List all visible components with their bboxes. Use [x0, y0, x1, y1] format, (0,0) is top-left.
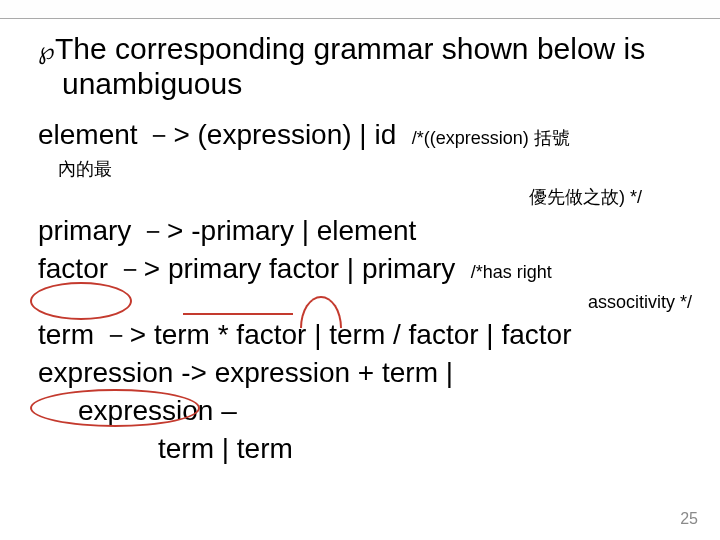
bullet-icon: ℘	[38, 37, 55, 64]
rule-element-comment-b: 優先做之故) */	[38, 185, 702, 209]
intro-text: The corresponding grammar shown below is…	[55, 32, 645, 100]
rule-expr-1: expression -> expression + term |	[38, 357, 702, 389]
rule-expr-3: term | term	[38, 433, 702, 465]
rule-term: term －> term * factor | term / factor | …	[38, 319, 702, 351]
intro-paragraph: ℘The corresponding grammar shown below i…	[38, 32, 702, 101]
rule-primary: primary －> -primary | element	[38, 215, 702, 247]
rule-expr-2: expression –	[38, 395, 702, 427]
rule-factor-comment-b: associtivity */	[38, 292, 702, 313]
rule-element-text: element －> (expression) | id	[38, 119, 396, 150]
rule-element-note: 內的最	[58, 157, 702, 181]
rule-factor-text: factor －> primary factor | primary	[38, 253, 455, 284]
rule-element-comment-a: /*((expression) 括號	[412, 128, 570, 148]
rule-factor-comment-a: /*has right	[471, 262, 552, 282]
slide-content: ℘The corresponding grammar shown below i…	[0, 18, 720, 540]
page-number: 25	[680, 510, 698, 528]
rule-element: element －> (expression) | id /*((express…	[38, 119, 702, 151]
rule-factor: factor －> primary factor | primary /*has…	[38, 253, 702, 285]
slide: ℘The corresponding grammar shown below i…	[0, 0, 720, 540]
top-bar	[0, 0, 720, 19]
